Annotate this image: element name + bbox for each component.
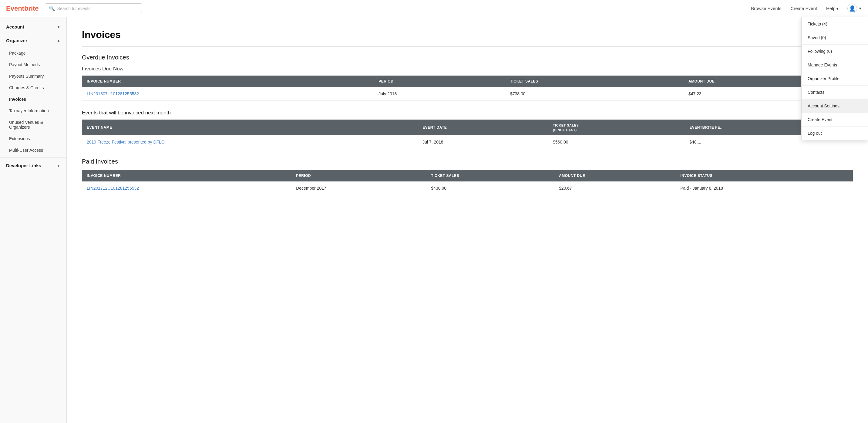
sidebar-item-unused-venues[interactable]: Unused Venues & Organizers xyxy=(0,117,66,133)
due-now-table: Invoice Number Period Ticket Sales Amoun… xyxy=(82,75,853,101)
invoice-link-paid[interactable]: LIN201712U101281255532 xyxy=(87,186,139,190)
paid-col-ticket-sales: Ticket Sales xyxy=(426,170,554,181)
overdue-heading: Overdue Invoices xyxy=(82,54,853,61)
due-col-ticket-sales: Ticket Sales xyxy=(505,75,684,87)
paid-amount-due: $20.67 xyxy=(554,181,675,195)
dropdown-item-following[interactable]: Following (0) xyxy=(802,44,868,58)
page-layout: Account ▼ Organizer ▲ Package Payout Met… xyxy=(0,17,868,423)
help-link[interactable]: Help xyxy=(826,6,838,11)
next-month-table: Event Name Event Date TICKET SALES(SINCE… xyxy=(82,120,853,149)
next-ticket-sales: $560.00 xyxy=(548,135,684,149)
table-row: LIN201712U101281255532 December 2017 $43… xyxy=(82,181,853,195)
sidebar-item-package[interactable]: Package xyxy=(0,47,66,59)
dropdown-item-tickets[interactable]: Tickets (4) xyxy=(802,17,868,31)
sidebar-item-multi-user[interactable]: Multi-User Access xyxy=(0,145,66,156)
dropdown-item-logout[interactable]: Log out xyxy=(802,126,868,140)
due-period: July 2018 xyxy=(374,87,505,101)
search-icon: 🔍 xyxy=(49,5,55,11)
paid-col-invoice: Invoice Number xyxy=(82,170,291,181)
paid-ticket-sales: $430.00 xyxy=(426,181,554,195)
developer-chevron-down-icon: ▼ xyxy=(57,163,60,168)
next-col-date: Event Date xyxy=(417,120,548,135)
paid-heading: Paid Invoices xyxy=(82,158,853,165)
sidebar-item-payouts-summary[interactable]: Payouts Summary xyxy=(0,70,66,82)
paid-col-period: Period xyxy=(291,170,426,181)
user-chevron-down-icon: ▼ xyxy=(858,6,862,11)
sidebar-section-developer[interactable]: Developer Links ▼ xyxy=(0,159,66,172)
invoice-link-due[interactable]: LIN201807U101281255532 xyxy=(87,91,139,96)
page-title: Invoices xyxy=(82,29,853,40)
sidebar-item-payout-methods[interactable]: Payout Methods xyxy=(0,59,66,70)
dropdown-item-organizer-profile[interactable]: Organizer Profile xyxy=(802,72,868,86)
sidebar-developer-label: Developer Links xyxy=(6,163,41,168)
user-menu[interactable]: 👤 ▼ xyxy=(847,4,862,13)
sidebar-divider xyxy=(0,157,66,157)
dropdown-item-account-settings[interactable]: Account Settings xyxy=(802,99,868,113)
browse-events-link[interactable]: Browse Events xyxy=(751,6,781,11)
header-nav: Browse Events Create Event Help 👤 ▼ xyxy=(751,4,862,13)
sidebar-section-organizer[interactable]: Organizer ▲ xyxy=(0,34,66,47)
next-col-event: Event Name xyxy=(82,120,417,135)
next-col-ticket-sales: TICKET SALES(SINCE LAST) xyxy=(548,120,684,135)
sidebar-item-extensions[interactable]: Extensions xyxy=(0,133,66,145)
create-event-link[interactable]: Create Event xyxy=(790,6,817,11)
dropdown-item-create-event[interactable]: Create Event xyxy=(802,113,868,126)
sidebar-organizer-label: Organizer xyxy=(6,38,27,43)
event-name-link[interactable]: 2019 Freeze Festival presented by DFLO xyxy=(87,140,165,145)
title-divider xyxy=(82,47,853,47)
dropdown-item-contacts[interactable]: Contacts xyxy=(802,86,868,99)
sidebar-item-charges-credits[interactable]: Charges & Credits xyxy=(0,82,66,93)
next-month-heading: Events that will be invoiced next month xyxy=(82,110,853,116)
sidebar: Account ▼ Organizer ▲ Package Payout Met… xyxy=(0,17,67,423)
search-bar[interactable]: 🔍 Search for events xyxy=(45,3,142,13)
logo[interactable]: Eventbrite xyxy=(6,5,39,12)
due-now-heading: Invoices Due Now xyxy=(82,66,853,72)
table-row: 2019 Freeze Festival presented by DFLO J… xyxy=(82,135,853,149)
due-col-invoice: Invoice Number xyxy=(82,75,374,87)
sidebar-section-account[interactable]: Account ▼ xyxy=(0,20,66,34)
header: Eventbrite 🔍 Search for events Browse Ev… xyxy=(0,0,868,17)
due-ticket-sales: $738.00 xyxy=(505,87,684,101)
paid-col-status: Invoice Status xyxy=(675,170,853,181)
next-event-date: Jul 7, 2018 xyxy=(417,135,548,149)
table-row: LIN201807U101281255532 July 2018 $738.00… xyxy=(82,87,853,101)
main-content: Invoices Overdue Invoices Invoices Due N… xyxy=(67,17,868,423)
paid-col-amount: Amount Due xyxy=(554,170,675,181)
due-col-period: Period xyxy=(374,75,505,87)
dropdown-item-saved[interactable]: Saved (0) xyxy=(802,31,868,44)
paid-status: Paid - January 8, 2018 xyxy=(675,181,853,195)
user-dropdown-menu: Tickets (4) Saved (0) Following (0) Mana… xyxy=(801,17,868,140)
paid-table: Invoice Number Period Ticket Sales Amoun… xyxy=(82,170,853,195)
search-placeholder: Search for events xyxy=(57,6,91,11)
sidebar-item-invoices[interactable]: Invoices xyxy=(0,93,66,105)
sidebar-account-label: Account xyxy=(6,24,24,29)
dropdown-item-manage-events[interactable]: Manage Events xyxy=(802,58,868,72)
account-chevron-down-icon: ▼ xyxy=(57,25,60,29)
paid-period: December 2017 xyxy=(291,181,426,195)
user-avatar-icon: 👤 xyxy=(847,4,857,13)
sidebar-item-taxpayer-info[interactable]: Taxpayer Information xyxy=(0,105,66,117)
organizer-chevron-up-icon: ▲ xyxy=(57,38,60,43)
